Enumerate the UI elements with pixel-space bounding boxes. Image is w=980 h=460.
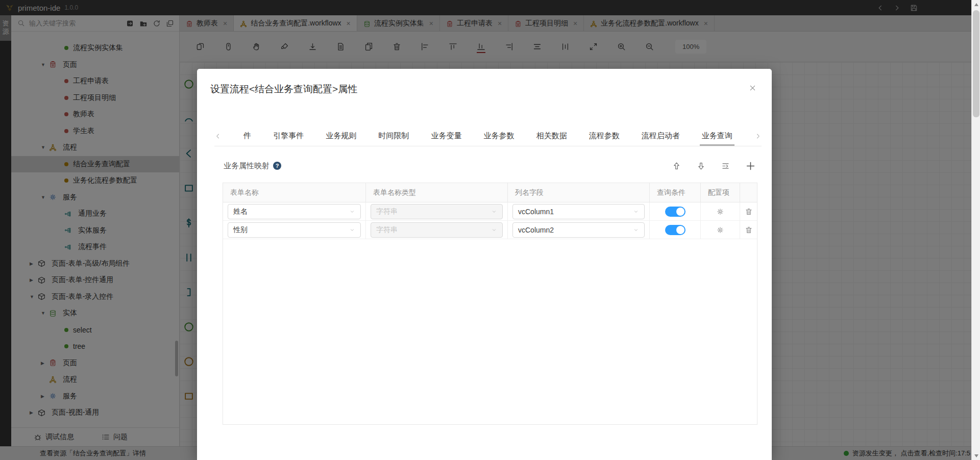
tabs-scroll-left-icon[interactable]: [214, 133, 222, 140]
chevron-down-icon: [633, 209, 639, 215]
delete-row-button[interactable]: [745, 208, 753, 216]
column-field-select[interactable]: vcColumn2: [512, 222, 645, 238]
table-body: 姓名字符串vcColumn1性别字符串vcColumn2: [223, 202, 757, 239]
dialog-tab[interactable]: 流程参数: [589, 126, 620, 146]
mapping-table: 表单名称表单名称类型列名字段查询条件配置项 姓名字符串vcColumn1性别字符…: [223, 183, 757, 425]
section-title: 业务属性映射: [224, 161, 270, 171]
chevron-down-icon: [349, 209, 355, 215]
move-rows-icon: [721, 162, 730, 170]
plus-button[interactable]: [746, 161, 755, 170]
help-icon[interactable]: ?: [273, 162, 281, 170]
form-name-type-select[interactable]: 字符串: [371, 204, 503, 219]
dialog-tab[interactable]: 件: [243, 126, 251, 146]
trash-icon: [745, 208, 753, 216]
column-header: 列名字段: [508, 183, 650, 202]
column-header: 表单名称类型: [366, 183, 508, 202]
arrow-up-icon: [672, 162, 681, 170]
gear-config-icon: [716, 226, 724, 234]
dialog-tab[interactable]: 业务查询: [702, 126, 732, 146]
column-field-select[interactable]: vcColumn1: [512, 204, 645, 219]
trash-icon: [745, 226, 753, 234]
scroll-up-icon[interactable]: [972, 0, 980, 9]
section-header: 业务属性映射 ?: [224, 157, 755, 175]
tabs-scroll-right-icon[interactable]: [754, 133, 762, 140]
table-row: 姓名字符串vcColumn1: [223, 202, 757, 221]
chevron-down-icon: [491, 227, 497, 233]
page-scrollbar[interactable]: [971, 0, 980, 460]
form-name-type-select[interactable]: 字符串: [371, 222, 503, 238]
flow-properties-dialog: 设置流程<结合业务查询配置>属性 件引擎事件业务规则时间限制业务变量业务参数相关…: [197, 69, 772, 460]
dialog-tabbar: 件引擎事件业务规则时间限制业务变量业务参数相关数据流程参数流程启动者业务查询: [214, 126, 762, 146]
scrollbar-thumb[interactable]: [973, 10, 979, 117]
config-button[interactable]: [716, 208, 724, 216]
dialog-tab[interactable]: 时间限制: [378, 126, 409, 146]
scroll-down-icon[interactable]: [972, 451, 980, 460]
arrow-down-button[interactable]: [697, 161, 705, 170]
query-condition-toggle[interactable]: [665, 225, 685, 235]
gear-config-icon: [716, 208, 724, 216]
form-name-select[interactable]: 姓名: [228, 204, 361, 219]
chevron-down-icon: [633, 227, 639, 233]
arrow-down-icon: [697, 162, 705, 170]
dialog-tab[interactable]: 业务变量: [431, 126, 461, 146]
table-actions: [672, 161, 755, 170]
chevron-down-icon: [349, 227, 355, 233]
plus-icon: [746, 161, 755, 171]
chevron-left-icon: [214, 133, 222, 140]
dialog-tab[interactable]: 引擎事件: [273, 126, 304, 146]
move-rows-button[interactable]: [721, 161, 730, 170]
dialog-title: 设置流程<结合业务查询配置>属性: [210, 83, 357, 96]
column-header: 表单名称: [223, 183, 366, 202]
chevron-right-icon: [754, 133, 762, 140]
arrow-up-button[interactable]: [672, 161, 681, 170]
close-icon[interactable]: [749, 83, 756, 92]
column-header: 查询条件: [650, 183, 701, 202]
table-header: 表单名称表单名称类型列名字段查询条件配置项: [223, 183, 757, 202]
config-button[interactable]: [716, 226, 724, 234]
form-name-select[interactable]: 性别: [228, 222, 361, 238]
chevron-down-icon: [491, 209, 497, 215]
dialog-tab[interactable]: 相关数据: [536, 126, 567, 146]
dialog-tab[interactable]: 业务规则: [326, 126, 356, 146]
dialog-tab[interactable]: 业务参数: [483, 126, 514, 146]
table-row: 性别字符串vcColumn2: [223, 221, 757, 239]
query-condition-toggle[interactable]: [665, 207, 685, 217]
dialog-tab[interactable]: 流程启动者: [642, 126, 680, 146]
delete-row-button[interactable]: [745, 226, 753, 234]
column-header: 配置项: [701, 183, 740, 202]
